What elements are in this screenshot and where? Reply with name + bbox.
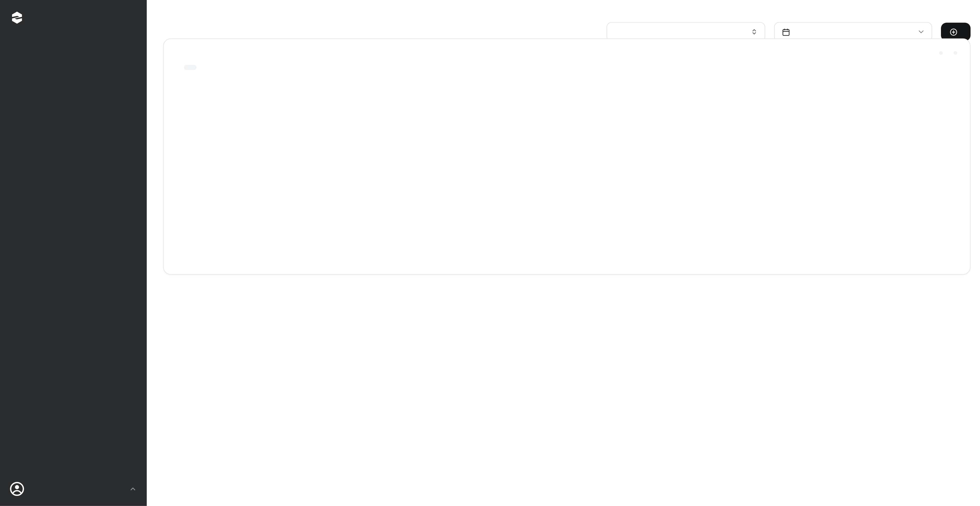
chart-toggles [939,51,958,55]
metric-toggle-group [953,51,957,55]
endeavor-logo-icon [10,11,24,24]
sidebar [0,0,147,506]
sidebar-user[interactable] [0,473,147,506]
hide-all-button[interactable] [184,65,197,70]
activity-chart [177,86,957,261]
range-toggle-group [939,51,943,55]
main-content [147,0,980,506]
brand [0,0,147,30]
plus-circle-icon [949,27,958,36]
user-activity-panel [163,38,970,275]
avatar-icon [9,481,25,497]
select-updown-icon [750,28,758,36]
chart-wrap [177,86,957,264]
calendar-icon [782,27,791,36]
app-window [0,0,980,506]
chevron-down-icon [917,28,925,36]
chevron-up-icon [129,485,137,493]
users-row [177,65,957,70]
